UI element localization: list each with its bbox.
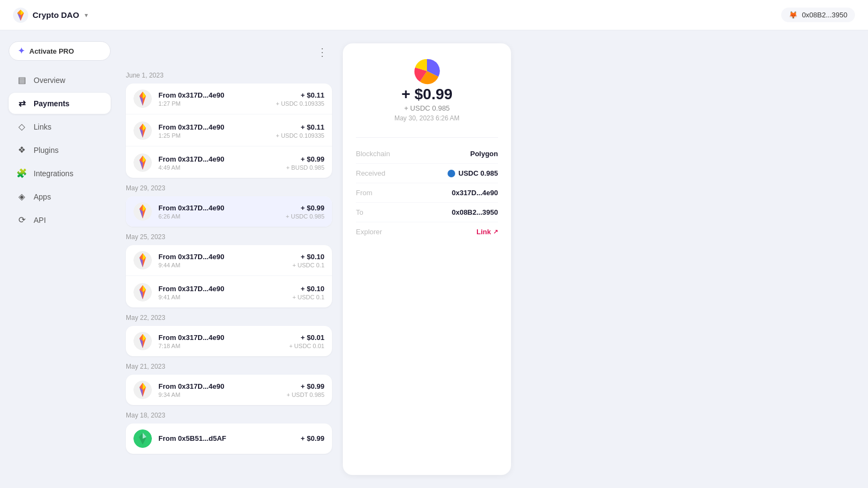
payment-amount: + $0.01 + USDC 0.01 — [289, 333, 324, 349]
payment-usd: + $0.11 — [276, 123, 324, 131]
payment-time: 1:27 PM — [158, 100, 269, 107]
sidebar: ✦ Activate PRO ▤ Overview ⇄ Payments ◇ L… — [0, 30, 119, 488]
detail-row-received: Received USDC 0.985 — [356, 164, 498, 183]
date-label-may22: May 22, 2023 — [126, 314, 332, 322]
payment-item[interactable]: From 0x317D...4e90 4:49 AM + $0.99 + BUS… — [126, 147, 332, 178]
payment-group-may22: From 0x317D...4e90 7:18 AM + $0.01 + USD… — [126, 326, 332, 356]
topbar-left: Crypto DAO ▾ — [13, 8, 88, 23]
main-content: ⋮ June 1, 2023 From 0x317D...4e90 1:27 P… — [119, 30, 868, 488]
payment-info: From 0x317D...4e90 9:44 AM — [158, 253, 286, 268]
payment-item[interactable]: From 0x317D...4e90 9:44 AM + $0.10 + USD… — [126, 245, 332, 276]
payment-item[interactable]: From 0x5B51...d5AF + $0.99 — [126, 423, 332, 454]
links-icon: ◇ — [16, 121, 27, 132]
wallet-emoji-icon: 🦊 — [789, 11, 797, 19]
payment-group-june1: From 0x317D...4e90 1:27 PM + $0.11 + USD… — [126, 84, 332, 178]
payment-info: From 0x5B51...d5AF — [158, 434, 294, 444]
payment-usd: + $0.99 — [286, 204, 324, 212]
avatar — [133, 202, 152, 221]
payment-from: From 0x317D...4e90 — [158, 155, 279, 163]
detail-val-to: 0x08B2...3950 — [452, 208, 498, 216]
payment-usd: + $0.10 — [292, 253, 324, 261]
payment-token: + USDC 0.1 — [292, 294, 324, 300]
sidebar-item-label-overview: Overview — [34, 76, 65, 85]
payment-token: + USDC 0.109335 — [276, 100, 324, 107]
payment-item[interactable]: From 0x317D...4e90 1:25 PM + $0.11 + USD… — [126, 115, 332, 146]
payment-item[interactable]: From 0x317D...4e90 9:41 AM + $0.10 + USD… — [126, 277, 332, 307]
payment-token: + USDC 0.1 — [292, 262, 324, 268]
more-options-button[interactable]: ⋮ — [312, 43, 332, 61]
wallet-address-button[interactable]: 🦊 0x08B2...3950 — [781, 8, 855, 22]
payment-time: 9:41 AM — [158, 294, 286, 300]
pie-chart-icon — [412, 56, 442, 86]
explorer-link-label: Link — [476, 228, 491, 236]
external-link-icon: ↗ — [493, 228, 498, 235]
payment-item[interactable]: From 0x317D...4e90 7:18 AM + $0.01 + USD… — [126, 326, 332, 356]
sidebar-item-links[interactable]: ◇ Links — [9, 116, 111, 137]
payments-list: ⋮ June 1, 2023 From 0x317D...4e90 1:27 P… — [126, 43, 332, 475]
payment-amount: + $0.99 + USDC 0.985 — [286, 204, 324, 220]
payment-amount: + $0.10 + USDC 0.1 — [292, 285, 324, 300]
sidebar-item-label-links: Links — [34, 123, 52, 131]
payment-token: + BUSD 0.985 — [286, 164, 324, 171]
detail-divider — [356, 137, 498, 138]
payment-usd: + $0.11 — [276, 91, 324, 99]
sidebar-item-plugins[interactable]: ❖ Plugins — [9, 139, 111, 160]
payment-from: From 0x317D...4e90 — [158, 123, 269, 131]
wallet-address-label: 0x08B2...3950 — [802, 11, 847, 19]
detail-row-from: From 0x317D...4e90 — [356, 183, 498, 203]
chevron-down-icon: ▾ — [85, 11, 88, 19]
payment-token: + USDT 0.985 — [286, 391, 324, 398]
payment-from: From 0x317D...4e90 — [158, 285, 286, 293]
payment-time: 4:49 AM — [158, 164, 279, 171]
payment-from: From 0x317D...4e90 — [158, 204, 279, 212]
activate-pro-button[interactable]: ✦ Activate PRO — [9, 41, 111, 61]
detail-key-to: To — [356, 208, 363, 216]
payment-from: From 0x317D...4e90 — [158, 91, 269, 99]
explorer-link-button[interactable]: Link ↗ — [476, 228, 498, 236]
payment-time: 9:34 AM — [158, 391, 280, 398]
sidebar-item-api[interactable]: ⟳ API — [9, 209, 111, 230]
payment-info: From 0x317D...4e90 1:27 PM — [158, 91, 269, 107]
payment-info: From 0x317D...4e90 4:49 AM — [158, 155, 279, 171]
payment-info: From 0x317D...4e90 1:25 PM — [158, 123, 269, 139]
sidebar-item-integrations[interactable]: 🧩 Integrations — [9, 163, 111, 184]
detail-amount: + $0.99 — [401, 86, 452, 103]
detail-row-blockchain: Blockchain Polygon — [356, 144, 498, 164]
detail-header: + $0.99 + USDC 0.985 May 30, 2023 6:26 A… — [356, 56, 498, 122]
payment-group-may29: From 0x317D...4e90 6:26 AM + $0.99 + USD… — [126, 196, 332, 227]
payment-item[interactable]: From 0x317D...4e90 1:27 PM + $0.11 + USD… — [126, 84, 332, 114]
detail-token: + USDC 0.985 — [404, 104, 450, 112]
payment-group-may25: From 0x317D...4e90 9:44 AM + $0.10 + USD… — [126, 245, 332, 307]
payment-info: From 0x317D...4e90 7:18 AM — [158, 333, 283, 349]
payment-usd: + $0.10 — [292, 285, 324, 293]
payment-from: From 0x317D...4e90 — [158, 382, 280, 390]
payment-item[interactable]: From 0x317D...4e90 9:34 AM + $0.99 + USD… — [126, 375, 332, 405]
payment-usd: + $0.01 — [289, 333, 324, 342]
received-value: USDC 0.985 — [458, 169, 498, 177]
sidebar-item-apps[interactable]: ◈ Apps — [9, 186, 111, 207]
payment-info: From 0x317D...4e90 9:34 AM — [158, 382, 280, 398]
plugins-icon: ❖ — [16, 145, 27, 155]
payment-token: + USDC 0.109335 — [276, 132, 324, 139]
sidebar-item-label-plugins: Plugins — [34, 146, 59, 155]
detail-panel: + $0.99 + USDC 0.985 May 30, 2023 6:26 A… — [343, 43, 511, 475]
detail-row-explorer: Explorer Link ↗ — [356, 222, 498, 241]
apps-icon: ◈ — [16, 191, 27, 202]
payments-icon: ⇄ — [16, 98, 27, 108]
payment-amount: + $0.99 + BUSD 0.985 — [286, 155, 324, 171]
detail-val-received: USDC 0.985 — [448, 169, 498, 177]
payment-amount: + $0.99 — [301, 434, 324, 444]
date-label-may21: May 21, 2023 — [126, 363, 332, 370]
payment-amount: + $0.10 + USDC 0.1 — [292, 253, 324, 268]
payment-from: From 0x317D...4e90 — [158, 253, 286, 261]
avatar — [133, 332, 152, 350]
payment-item[interactable]: From 0x317D...4e90 6:26 AM + $0.99 + USD… — [126, 196, 332, 227]
detail-row-to: To 0x08B2...3950 — [356, 203, 498, 222]
detail-key-received: Received — [356, 169, 385, 177]
payment-from: From 0x317D...4e90 — [158, 333, 283, 342]
sidebar-item-payments[interactable]: ⇄ Payments — [9, 93, 111, 114]
payment-time: 9:44 AM — [158, 262, 286, 268]
sidebar-item-overview[interactable]: ▤ Overview — [9, 69, 111, 91]
usdc-icon — [448, 170, 455, 177]
detail-key-blockchain: Blockchain — [356, 150, 390, 158]
